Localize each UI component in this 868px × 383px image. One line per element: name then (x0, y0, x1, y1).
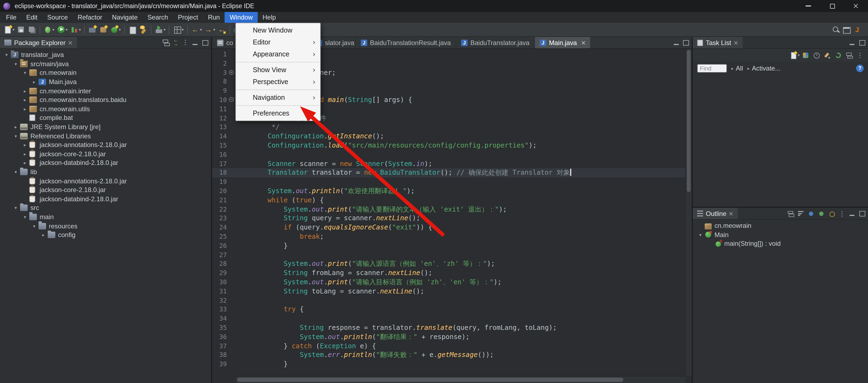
tree-item[interactable]: ▸cn.meowrain.inter (0, 87, 211, 95)
expand-arrow-icon[interactable]: ▸ (22, 106, 28, 112)
collapse-arrow-icon[interactable]: ▾ (31, 223, 37, 229)
horizontal-scrollbar[interactable] (236, 376, 685, 383)
synchronize-button[interactable] (833, 51, 843, 60)
maximize-view-icon[interactable] (857, 209, 866, 218)
menu-project[interactable]: Project (173, 12, 203, 23)
find-input[interactable] (697, 64, 727, 73)
hide-non-public-button[interactable] (827, 209, 837, 218)
new-package-button[interactable] (98, 24, 108, 35)
tree-item[interactable]: ▾src (0, 203, 211, 213)
quick-access-search-button[interactable] (830, 24, 841, 35)
view-menu-button[interactable] (837, 209, 847, 218)
collapse-arrow-icon[interactable]: ▾ (12, 169, 19, 175)
new-wizard-button[interactable]: ▾ (2, 24, 16, 35)
collapse-arrow-icon[interactable]: ▾ (697, 232, 704, 237)
help-icon[interactable] (856, 65, 864, 72)
menu-item-new-window[interactable]: New Window (236, 24, 320, 36)
collapse-arrow-icon[interactable]: ▾ (12, 61, 19, 67)
tree-item[interactable]: ▾resources (0, 222, 211, 230)
expand-arrow-icon[interactable]: ▸ (40, 232, 46, 237)
collapse-all-button[interactable] (785, 209, 795, 218)
expand-arrow-icon[interactable]: ▸ (22, 142, 28, 148)
expand-arrow-icon[interactable]: ▸ (22, 160, 28, 166)
hide-fields-button[interactable] (806, 209, 816, 218)
last-edit-location-button[interactable] (216, 24, 227, 35)
task-activate[interactable]: ▸ Activate... (747, 65, 780, 72)
minimize-view-icon[interactable] (847, 38, 857, 47)
task-list-tab[interactable]: Task List (693, 37, 742, 48)
forward-button[interactable]: ▾ (203, 24, 216, 35)
java-perspective-button[interactable] (852, 24, 863, 35)
menu-file[interactable]: File (1, 12, 22, 23)
close-button[interactable] (844, 0, 868, 12)
minimize-view-icon[interactable] (847, 209, 857, 218)
expand-arrow-icon[interactable]: ▸ (22, 88, 28, 94)
editor-tab-main-java[interactable]: Main.java (535, 37, 591, 48)
fold-marker-icon[interactable]: + (228, 68, 236, 77)
link-with-editor-icon[interactable] (171, 38, 180, 47)
minimize-view-icon[interactable] (190, 38, 199, 47)
tree-item[interactable]: jackson-core-2.18.0.jar (0, 186, 211, 194)
editor-tab-baidutranslator-java[interactable]: BaiduTranslator.java (456, 37, 535, 48)
menu-run[interactable]: Run (203, 12, 225, 23)
collapse-arrow-icon[interactable]: ▾ (12, 205, 19, 211)
hide-static-button[interactable] (816, 209, 826, 218)
menu-window[interactable]: Window (225, 12, 257, 23)
coverage-button[interactable]: ▾ (69, 24, 82, 35)
close-icon[interactable] (68, 40, 72, 45)
menu-search[interactable]: Search (143, 12, 173, 23)
tree-item[interactable]: jackson-annotations-2.18.0.jar (0, 177, 211, 186)
view-menu-icon[interactable] (181, 38, 190, 47)
tree-item[interactable]: ▾Referenced Libraries (0, 132, 211, 140)
outline-item[interactable]: main(String[]) : void (693, 239, 868, 248)
annotation-navigation-button[interactable]: ▾ (172, 24, 185, 35)
maximize-button[interactable] (820, 0, 844, 12)
tree-item[interactable]: compile.bat (0, 114, 211, 122)
run-button[interactable]: ▾ (55, 24, 69, 35)
outline-item[interactable]: cn.meowrain (693, 221, 868, 230)
menu-source[interactable]: Source (42, 12, 73, 23)
back-button[interactable]: ▾ (190, 24, 203, 35)
collapse-arrow-icon[interactable]: ▾ (12, 133, 19, 138)
collapse-arrow-icon[interactable]: ▾ (3, 52, 10, 58)
save-all-button[interactable] (26, 24, 37, 35)
menu-navigate[interactable]: Navigate (107, 12, 143, 23)
new-java-project-button[interactable] (87, 24, 98, 35)
menu-item-appearance[interactable]: Appearance› (236, 48, 320, 60)
tree-item[interactable]: ▸jackson-databind-2.18.0.jar (0, 158, 211, 167)
close-icon[interactable] (734, 40, 738, 45)
minimize-view-icon[interactable] (672, 38, 681, 47)
task-filter-all[interactable]: ▸ All (731, 65, 743, 72)
menu-item-editor[interactable]: Editor› (236, 36, 320, 48)
open-perspective-button[interactable] (841, 24, 852, 35)
edit-task-button[interactable] (823, 51, 832, 60)
menu-item-navigation[interactable]: Navigation› (236, 92, 320, 104)
new-task-button[interactable]: ▾ (790, 51, 800, 60)
categorized-button[interactable] (801, 51, 810, 60)
outline-tab[interactable]: Outline (693, 208, 738, 219)
debug-button[interactable]: ▾ (42, 24, 55, 35)
menu-item-show-view[interactable]: Show View› (236, 64, 320, 76)
menu-help[interactable]: Help (258, 12, 281, 23)
tree-item[interactable]: ▸jackson-core-2.18.0.jar (0, 150, 211, 158)
package-explorer-tab[interactable]: Package Explorer (0, 37, 77, 48)
tree-item[interactable]: jackson-databind-2.18.0.jar (0, 194, 211, 203)
view-menu-button[interactable] (855, 51, 865, 60)
new-class-button[interactable]: ▾ (108, 24, 122, 35)
horizontal-scrollbar-thumb[interactable] (237, 378, 623, 382)
tree-item[interactable]: ▸Main.java (0, 77, 211, 87)
outline-item[interactable]: ▾Main (693, 230, 868, 239)
tree-item[interactable]: ▸cn.meowrain.translators.baidu (0, 95, 211, 104)
menu-item-preferences[interactable]: Preferences (236, 107, 320, 119)
expand-arrow-icon[interactable]: ▸ (22, 97, 28, 103)
collapse-arrow-icon[interactable]: ▾ (22, 214, 28, 220)
collapse-all-icon[interactable] (161, 38, 170, 47)
close-icon[interactable] (729, 211, 734, 216)
maximize-view-icon[interactable] (857, 38, 866, 47)
open-task-button[interactable] (127, 24, 137, 35)
collapse-arrow-icon[interactable]: ▾ (22, 70, 28, 76)
tree-item[interactable]: ▸jackson-annotations-2.18.0.jar (0, 140, 211, 150)
tree-item[interactable]: ▾src/main/java (0, 59, 211, 68)
tree-item[interactable]: ▾translator_java (0, 51, 211, 59)
tree-item[interactable]: ▾lib (0, 167, 211, 176)
